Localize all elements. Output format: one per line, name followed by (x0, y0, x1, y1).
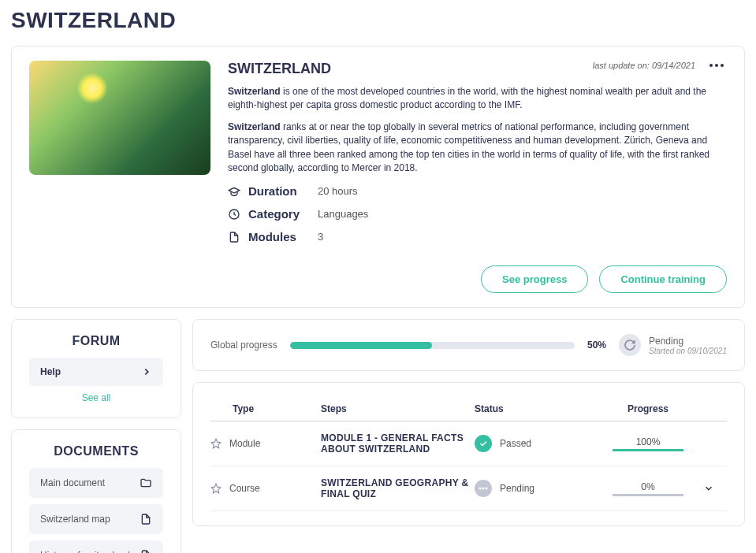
documents-panel: DOCUMENTS Main documentSwitzerland mapHi… (11, 429, 181, 553)
row-type: Course (229, 483, 260, 494)
forum-panel: FORUM Help See all (11, 319, 181, 418)
clock-icon (228, 208, 240, 221)
row-progress-value: 100% (636, 436, 661, 447)
document-item[interactable]: Main document (29, 468, 163, 498)
category-label: Category (248, 207, 310, 221)
row-status: Pending (500, 483, 534, 494)
star-icon[interactable] (210, 483, 222, 494)
col-type: Type (210, 403, 321, 414)
expand-button[interactable] (703, 483, 727, 494)
hero-description-2: Switzerland ranks at or near the top glo… (228, 121, 727, 176)
row-step: MODULE 1 - GENERAL FACTS ABOUT SWITZERLA… (321, 432, 475, 455)
global-progress-fill (290, 342, 433, 349)
duration-label: Duration (248, 184, 310, 198)
document-item[interactable]: Switzerland map (29, 504, 163, 534)
category-value: Languages (318, 208, 368, 220)
hero-image (29, 61, 210, 175)
modules-label: Modules (248, 230, 310, 243)
refresh-icon (619, 334, 641, 356)
row-step: SWITZERLAND GEOGRAPHY & FINAL QUIZ (321, 477, 475, 499)
col-progress: Progress (593, 403, 703, 414)
forum-see-all[interactable]: See all (29, 392, 163, 403)
table-row: ModuleMODULE 1 - GENERAL FACTS ABOUT SWI… (210, 421, 727, 466)
forum-item-help[interactable]: Help (29, 358, 163, 386)
row-progress-bar (613, 494, 683, 496)
col-status: Status (475, 403, 593, 414)
duration-value: 20 hours (318, 185, 358, 197)
chevron-right-icon (141, 366, 152, 377)
continue-training-button[interactable]: Continue training (599, 265, 727, 293)
forum-item-label: Help (40, 366, 61, 377)
see-progress-button[interactable]: See progress (481, 265, 588, 293)
modules-table-card: Type Steps Status Progress ModuleMODULE … (192, 382, 745, 526)
svg-point-2 (482, 488, 485, 490)
last-update: last update on: 09/14/2021 (593, 61, 695, 70)
status-badge (475, 435, 492, 452)
hero-title: SWITZERLAND (228, 61, 331, 77)
document-label: History of switzerland (40, 550, 130, 553)
col-steps: Steps (321, 403, 475, 414)
hero-card: SWITZERLAND last update on: 09/14/2021 S… (11, 46, 745, 308)
file-icon (228, 231, 240, 243)
global-progress-pct: 50% (587, 340, 606, 351)
svg-point-1 (479, 488, 482, 490)
file-icon (140, 513, 152, 525)
global-progress-label: Global progress (210, 340, 277, 351)
forum-title: FORUM (29, 334, 163, 348)
graduation-icon (228, 185, 240, 198)
global-status: Pending (649, 336, 727, 347)
document-label: Switzerland map (40, 514, 110, 525)
svg-point-3 (486, 488, 488, 490)
row-type: Module (229, 438, 260, 449)
global-started: Started on 09/10/2021 (649, 347, 727, 355)
row-progress-bar (613, 449, 683, 451)
document-item[interactable]: History of switzerland (29, 540, 163, 553)
table-row: CourseSWITZERLAND GEOGRAPHY & FINAL QUIZ… (210, 466, 727, 511)
file-icon (140, 549, 152, 553)
global-progress-card: Global progress 50% Pending Started on 0… (192, 319, 745, 371)
document-label: Main document (40, 477, 105, 488)
row-progress-value: 0% (641, 481, 654, 492)
page-title: SWITZERLAND (11, 8, 745, 33)
hero-description-1: Switzerland is one of the most developed… (228, 85, 727, 113)
modules-value: 3 (318, 231, 323, 243)
documents-title: DOCUMENTS (29, 444, 163, 458)
status-badge (475, 480, 492, 497)
folder-icon (140, 477, 152, 489)
more-menu-button[interactable] (706, 61, 727, 70)
star-icon[interactable] (210, 438, 222, 449)
row-status: Passed (500, 438, 531, 449)
global-progress-track (290, 342, 575, 349)
